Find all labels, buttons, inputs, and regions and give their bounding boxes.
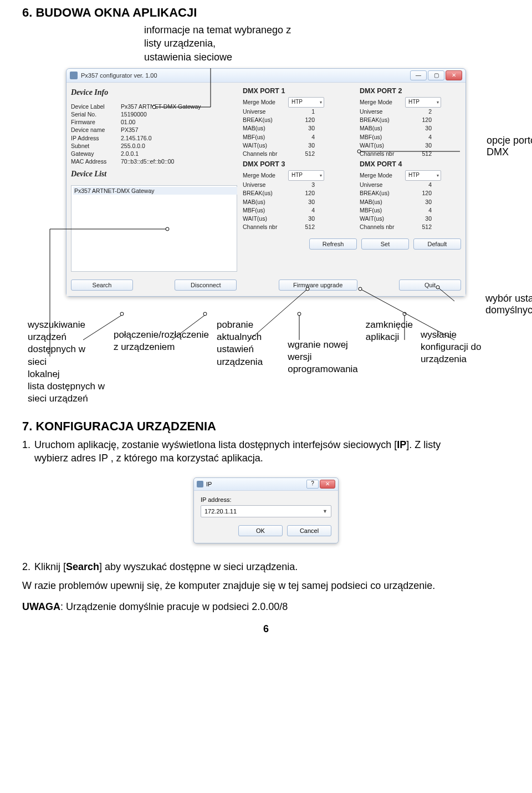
port-label: Merge Mode — [360, 98, 405, 106]
info-value: Px357 ARTNET-DMX Gateway — [121, 103, 201, 110]
step-bold: IP — [397, 439, 406, 450]
ip-title: IP — [206, 481, 306, 487]
port-label: MBF(us) — [243, 206, 288, 215]
port-label: Merge Mode — [243, 98, 288, 106]
device-list[interactable]: Px357 ARTNET-DMX Gateway — [71, 185, 237, 272]
page-number: 6 — [22, 623, 510, 635]
port-label: WAIT(us) — [360, 215, 405, 223]
info-label: MAC Address — [71, 157, 121, 165]
port-value: 4 — [405, 133, 434, 141]
port-label: BREAK(us) — [360, 116, 405, 124]
port-value: 512 — [288, 150, 317, 158]
port-value: 30 — [405, 215, 434, 223]
port-value: 120 — [405, 189, 434, 197]
step-text: ] aby wyszukać dostępne w sieci urządzen… — [99, 561, 298, 572]
merge-mode-select[interactable]: HTP — [405, 97, 441, 108]
search-button[interactable]: Search — [71, 279, 133, 291]
info-value: 01.00 — [121, 118, 135, 126]
intro-line1: informacje na temat wybranego z — [144, 23, 510, 37]
ip-address-select[interactable]: 172.20.1.11 ▼ — [201, 505, 331, 517]
select-value: HTP — [291, 171, 303, 180]
default-button[interactable]: Default — [413, 238, 461, 250]
svg-point-10 — [403, 312, 406, 316]
port-title: DMX PORT 4 — [360, 160, 461, 168]
merge-mode-select[interactable]: HTP — [405, 170, 441, 181]
ip-dialog: IP ? ✕ IP address: 172.20.1.11 ▼ OK Canc… — [193, 477, 339, 543]
window-maximize-button[interactable]: ▢ — [428, 70, 444, 80]
window-minimize-button[interactable]: — — [410, 70, 427, 80]
port-label: MAB(us) — [243, 198, 288, 206]
callout-device-list: lista dostępnych w sieci urządzeń — [28, 380, 111, 405]
device-info-header: Device Info — [71, 88, 237, 97]
ip-address-label: IP address: — [201, 496, 331, 503]
port-label: MBF(us) — [360, 206, 405, 215]
callout-text: oprogramowania — [288, 363, 358, 375]
dmx-port-2: DMX PORT 2 Merge ModeHTP Universe2 BREAK… — [360, 87, 461, 158]
info-label: Firmware — [71, 118, 121, 126]
quit-button[interactable]: Quit — [399, 279, 461, 291]
callout-text: zamknięcie — [366, 319, 413, 331]
port-label: MAB(us) — [243, 124, 288, 133]
select-value: HTP — [408, 98, 420, 106]
disconnect-button[interactable]: Disconnect — [175, 279, 237, 291]
select-value: HTP — [408, 171, 420, 180]
port-label: WAIT(us) — [360, 141, 405, 150]
intro-line2: listy urządzenia, — [144, 37, 510, 50]
port-label: BREAK(us) — [243, 116, 288, 124]
step-text: ]. Z listy — [406, 439, 441, 450]
port-value: 3 — [288, 181, 317, 189]
port-title: DMX PORT 3 — [243, 160, 344, 168]
svg-point-16 — [203, 312, 207, 316]
cancel-button[interactable]: Cancel — [287, 525, 331, 536]
callout-text: urządzenia — [421, 353, 497, 365]
info-label: Device Label — [71, 103, 121, 110]
port-label: Channels nbr — [243, 223, 288, 231]
port-label: Channels nbr — [360, 223, 405, 231]
svg-point-18 — [120, 312, 124, 316]
callout-text: połączenie/rozłączenie — [114, 329, 209, 341]
port-label: Universe — [243, 181, 288, 189]
set-button[interactable]: Set — [361, 238, 409, 250]
port-value: 4 — [288, 206, 317, 215]
ok-button[interactable]: OK — [238, 525, 283, 536]
step-number: 2. — [22, 560, 34, 573]
port-value: 512 — [405, 150, 434, 158]
callout-text: pobranie aktualnych — [217, 319, 280, 343]
info-value: 70::b3::d5::ef::b0::00 — [121, 157, 174, 165]
callout-text: wyszukiwanie urządzeń — [28, 319, 106, 343]
window-close-button[interactable]: ✕ — [446, 70, 462, 80]
callout-refresh: pobranie aktualnych ustawień urządzenia — [217, 319, 288, 380]
step-text: Kliknij [ — [34, 561, 66, 572]
port-value: 4 — [405, 206, 434, 215]
port-label: Universe — [243, 108, 288, 116]
step-2: 2. Kliknij [Search] aby wyszukać dostępn… — [22, 560, 510, 573]
app-icon — [70, 72, 78, 79]
port-value: 30 — [288, 124, 317, 133]
port-label: WAIT(us) — [243, 141, 288, 150]
device-info-table: Device LabelPx357 ARTNET-DMX Gateway Ser… — [71, 103, 237, 165]
port-label: MAB(us) — [360, 124, 405, 133]
merge-mode-select[interactable]: HTP — [288, 97, 324, 108]
callout-text: sieci urządzeń — [28, 393, 111, 405]
port-title: DMX PORT 2 — [360, 87, 461, 95]
help-button[interactable]: ? — [306, 480, 319, 489]
intro-callout: informacje na temat wybranego z listy ur… — [144, 23, 510, 64]
step-bold: Search — [66, 561, 99, 572]
firmware-upgrade-button[interactable]: Firmware upgrade — [279, 279, 357, 291]
merge-mode-select[interactable]: HTP — [288, 170, 324, 181]
chevron-down-icon: ▼ — [323, 509, 328, 514]
callout-opcje-dmx: opcje portów DMX — [487, 135, 532, 159]
refresh-button[interactable]: Refresh — [309, 238, 357, 250]
svg-point-8 — [298, 312, 301, 316]
device-list-item[interactable]: Px357 ARTNET-DMX Gateway — [73, 187, 237, 195]
callout-text: z urządzeniem — [114, 341, 209, 353]
ip-close-button[interactable]: ✕ — [320, 480, 335, 489]
info-label: Serial No. — [71, 110, 121, 118]
callout-wybor-domyslnych: wybór ustawień domyślnych — [485, 293, 532, 317]
port-value: 30 — [405, 124, 434, 133]
port-label: Merge Mode — [243, 171, 288, 180]
dmx-port-4: DMX PORT 4 Merge ModeHTP Universe4 BREAK… — [360, 160, 461, 231]
callout-set: wysłanie konfiguracji do urządzenia — [421, 319, 504, 380]
port-label: WAIT(us) — [243, 215, 288, 223]
port-value: 4 — [288, 133, 317, 141]
